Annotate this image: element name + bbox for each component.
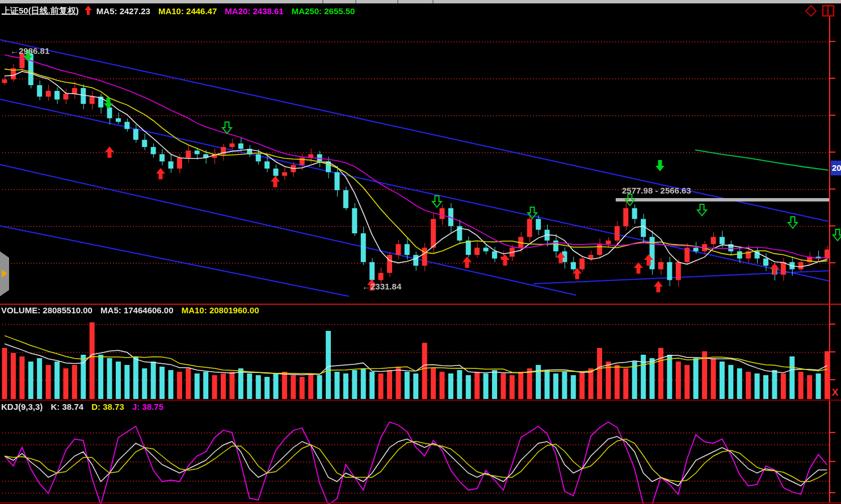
ma250-value: MA250: 2655.50	[292, 6, 355, 16]
kdj-j-value: J: 38.75	[132, 402, 163, 411]
kdj-d-value: D: 38.73	[91, 402, 124, 411]
candlestick-chart-canvas[interactable]	[0, 0, 841, 504]
chart-header: 上证50(日线.前复权) MA5: 2427.23 MA10: 2446.47 …	[2, 5, 363, 16]
expand-right-icon	[2, 270, 7, 278]
high-price-label: ←2986.81	[10, 46, 49, 56]
kdj-panel-header: KDJ(9,3,3) K: 38.74 D: 38.73 J: 38.75	[1, 402, 169, 411]
diamond-icon[interactable]	[805, 5, 817, 19]
volume-ma10-value: MA10: 20801960.00	[182, 305, 259, 315]
volume-panel-header: VOLUME: 28085510.00 MA5: 17464606.00 MA1…	[1, 305, 264, 315]
close-x-mark[interactable]: X	[832, 387, 838, 398]
split-window-icon[interactable]	[822, 5, 835, 19]
stock-app-screen: 上证50(日线.前复权) MA5: 2427.23 MA10: 2446.47 …	[0, 0, 841, 504]
ma10-value: MA10: 2446.47	[158, 6, 217, 16]
red-up-arrow-icon	[85, 6, 92, 16]
window-controls	[805, 5, 835, 19]
kdj-k-value: K: 38.74	[51, 402, 84, 411]
ma5-value: MA5: 2427.23	[96, 6, 150, 16]
instrument-title: 上证50(日线.前复权)	[2, 6, 79, 16]
ma20-value: MA20: 2438.61	[225, 6, 283, 16]
kdj-title: KDJ(9,3,3)	[1, 402, 43, 411]
side-drawer-handle[interactable]	[0, 251, 9, 296]
volume-ma5-value: MA5: 17464606.00	[100, 305, 173, 315]
low-price-label: ←2331.84	[362, 282, 401, 291]
price-axis-label: 20	[831, 161, 841, 175]
volume-value: VOLUME: 28085510.00	[1, 305, 92, 315]
range-annotation-label: 2577.98 - 2566.63	[622, 186, 691, 195]
